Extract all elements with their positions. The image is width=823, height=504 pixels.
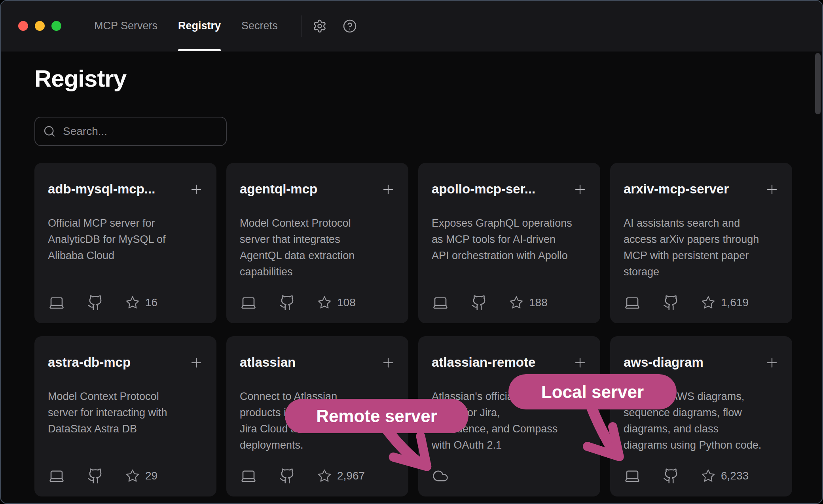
close-window-button[interactable] — [18, 21, 28, 31]
add-server-button[interactable] — [572, 354, 588, 371]
plus-icon — [189, 182, 204, 197]
star-count: 188 — [509, 296, 548, 310]
add-server-button[interactable] — [188, 181, 205, 198]
add-server-button[interactable] — [764, 354, 780, 371]
app-window: MCP Servers Registry Secrets Registry ad… — [0, 0, 823, 504]
plus-icon — [189, 355, 204, 370]
server-description: Atlassian's official MCP server for Jira… — [432, 388, 587, 453]
server-card-footer — [432, 467, 587, 485]
server-description: Connect to Atlassian products including … — [240, 388, 395, 453]
star-count: 1,619 — [701, 296, 749, 310]
traffic-lights — [1, 1, 61, 51]
page-title: Registry — [34, 66, 126, 92]
github-icon[interactable] — [87, 467, 104, 485]
server-card[interactable]: adb-mysql-mcp... Official MCP server for… — [34, 163, 216, 323]
add-server-button[interactable] — [380, 181, 396, 198]
star-icon — [125, 296, 140, 310]
plus-icon — [764, 355, 779, 370]
tab-mcp-servers[interactable]: MCP Servers — [94, 1, 157, 51]
star-icon — [701, 296, 715, 310]
plus-icon — [573, 182, 588, 197]
server-card-footer: 108 — [240, 294, 395, 311]
scrollbar-thumb[interactable] — [815, 53, 821, 114]
server-card-footer: 16 — [48, 294, 203, 311]
github-icon[interactable] — [470, 294, 488, 311]
laptop-icon — [624, 294, 641, 311]
server-card-footer: 188 — [432, 294, 587, 311]
github-icon[interactable] — [279, 294, 296, 311]
search-input[interactable] — [63, 125, 218, 138]
server-card[interactable]: agentql-mcp Model Context Protocol serve… — [226, 163, 408, 323]
laptop-icon — [240, 294, 257, 311]
star-count: 29 — [125, 469, 157, 483]
star-count: 108 — [317, 296, 356, 310]
tab-registry[interactable]: Registry — [178, 1, 221, 51]
add-server-button[interactable] — [380, 354, 396, 371]
star-icon — [125, 469, 140, 483]
laptop-icon — [48, 294, 65, 311]
star-icon — [317, 296, 332, 310]
minimize-window-button[interactable] — [35, 21, 45, 31]
server-card-footer: 1,619 — [624, 294, 779, 311]
server-description: Official MCP server for AnalyticDB for M… — [48, 215, 203, 264]
server-description: Model Context Protocol server for intera… — [48, 388, 203, 437]
server-card-footer: 2,967 — [240, 467, 395, 485]
search-box — [34, 117, 227, 146]
server-description: AI assistants search and access arXiv pa… — [624, 215, 779, 280]
server-name: agentql-mcp — [240, 180, 395, 198]
search-icon — [43, 125, 56, 138]
settings-button[interactable] — [312, 18, 328, 34]
star-icon — [701, 469, 715, 483]
cloud-icon — [432, 467, 449, 485]
plus-icon — [764, 182, 779, 197]
star-count: 2,967 — [317, 469, 365, 483]
main-nav: MCP Servers Registry Secrets — [94, 1, 278, 51]
server-name: astra-db-mcp — [48, 354, 203, 371]
laptop-icon — [48, 467, 65, 485]
star-count: 16 — [125, 296, 157, 310]
nav-divider — [301, 15, 302, 37]
zoom-window-button[interactable] — [51, 21, 61, 31]
plus-icon — [573, 355, 588, 370]
tab-secrets[interactable]: Secrets — [241, 1, 278, 51]
github-icon[interactable] — [662, 294, 680, 311]
server-card[interactable]: atlassian Connect to Atlassian products … — [226, 336, 408, 496]
server-name: apollo-mcp-ser... — [432, 180, 587, 198]
server-card-footer: 6,233 — [624, 467, 779, 485]
server-description: Exposes GraphQL operations as MCP tools … — [432, 215, 587, 264]
server-card[interactable]: apollo-mcp-ser... Exposes GraphQL operat… — [418, 163, 600, 323]
laptop-icon — [240, 467, 257, 485]
add-server-button[interactable] — [572, 181, 588, 198]
title-bar: MCP Servers Registry Secrets — [1, 1, 822, 51]
server-card[interactable]: arxiv-mcp-server AI assistants search an… — [610, 163, 792, 323]
github-icon[interactable] — [87, 294, 104, 311]
star-icon — [317, 469, 332, 483]
laptop-icon — [432, 294, 449, 311]
plus-icon — [381, 182, 396, 197]
server-card[interactable]: astra-db-mcp Model Context Protocol serv… — [34, 336, 216, 496]
help-button[interactable] — [342, 18, 358, 34]
server-description: Model Context Protocol server that integ… — [240, 215, 395, 280]
server-card-footer: 29 — [48, 467, 203, 485]
star-icon — [509, 296, 523, 310]
server-name: atlassian-remote — [432, 354, 587, 371]
registry-grid: adb-mysql-mcp... Official MCP server for… — [34, 163, 792, 496]
help-icon — [343, 19, 357, 33]
gear-icon — [313, 19, 327, 33]
star-count: 6,233 — [701, 469, 749, 483]
server-name: atlassian — [240, 354, 395, 371]
server-description: Generate AWS diagrams, sequence diagrams… — [624, 388, 779, 453]
github-icon[interactable] — [662, 467, 680, 485]
github-icon[interactable] — [279, 467, 296, 485]
server-name: aws-diagram — [624, 354, 779, 371]
server-name: arxiv-mcp-server — [624, 180, 779, 198]
server-name: adb-mysql-mcp... — [48, 180, 203, 198]
add-server-button[interactable] — [188, 354, 205, 371]
server-card[interactable]: atlassian-remote Atlassian's official MC… — [418, 336, 600, 496]
laptop-icon — [624, 467, 641, 485]
add-server-button[interactable] — [764, 181, 780, 198]
plus-icon — [381, 355, 396, 370]
server-card[interactable]: aws-diagram Generate AWS diagrams, seque… — [610, 336, 792, 496]
